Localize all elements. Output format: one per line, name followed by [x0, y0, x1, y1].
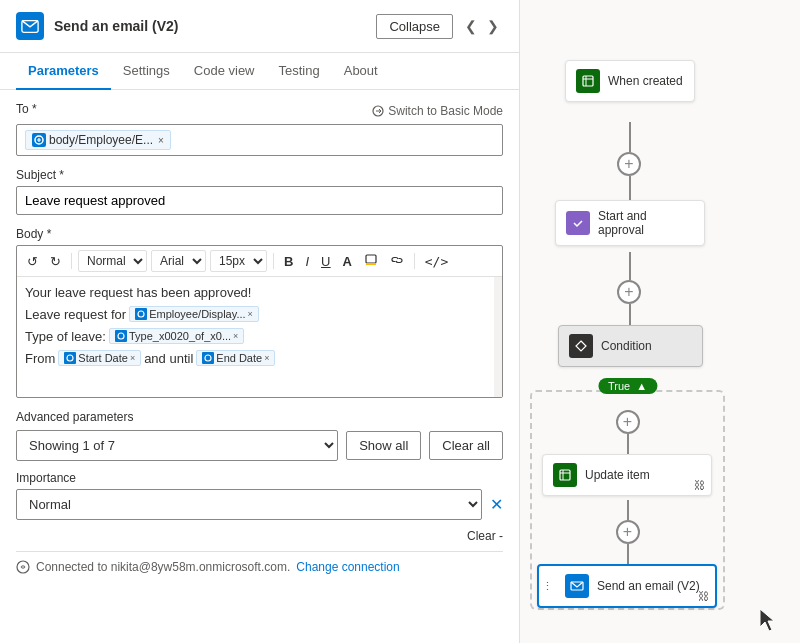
- switch-icon: [372, 105, 384, 117]
- change-connection-link[interactable]: Change connection: [296, 560, 399, 574]
- font-select[interactable]: Arial: [151, 250, 206, 272]
- node-more-button[interactable]: ⋮: [539, 580, 556, 593]
- to-tag-text: body/Employee/E...: [49, 133, 153, 147]
- connector-3: [629, 252, 631, 280]
- undo-redo-group: ↺ ↻: [23, 252, 65, 271]
- clear-importance-button[interactable]: ✕: [490, 495, 503, 514]
- add-step-3[interactable]: +: [616, 410, 640, 434]
- italic-button[interactable]: I: [301, 252, 313, 271]
- inner-connector-2: [627, 500, 629, 520]
- collapse-button[interactable]: Collapse: [376, 14, 453, 39]
- app-icon: [16, 12, 44, 40]
- tab-parameters[interactable]: Parameters: [16, 53, 111, 90]
- editor-content[interactable]: Your leave request has been approved! Le…: [17, 277, 502, 397]
- true-chevron: ▲: [636, 380, 647, 392]
- undo-button[interactable]: ↺: [23, 252, 42, 271]
- svg-point-6: [118, 333, 124, 339]
- switch-mode-button[interactable]: Switch to Basic Mode: [372, 104, 503, 118]
- subject-input[interactable]: [16, 186, 503, 215]
- inner-connector-3: [627, 544, 629, 564]
- importance-row: Normal ✕: [16, 489, 503, 520]
- line4-from: From: [25, 351, 55, 366]
- bold-button[interactable]: B: [280, 252, 297, 271]
- nav-right-arrow[interactable]: ❯: [483, 16, 503, 36]
- redo-button[interactable]: ↻: [46, 252, 65, 271]
- to-tag-close[interactable]: ×: [158, 135, 164, 146]
- body-label: Body *: [16, 227, 503, 241]
- end-tag-close[interactable]: ×: [264, 353, 269, 363]
- end-date-tag: End Date ×: [196, 350, 275, 366]
- connector-4: [629, 304, 631, 326]
- advanced-label: Advanced parameters: [16, 410, 503, 424]
- clear-row: Clear -: [16, 528, 503, 543]
- tab-code-view[interactable]: Code view: [182, 53, 267, 90]
- connection-text: Connected to nikita@8yw58m.onmicrosoft.c…: [36, 560, 290, 574]
- approval-icon: [566, 211, 590, 235]
- to-input[interactable]: body/Employee/E... ×: [16, 124, 503, 156]
- add-step-4[interactable]: +: [616, 520, 640, 544]
- tab-settings[interactable]: Settings: [111, 53, 182, 90]
- connection-icon: [16, 560, 30, 574]
- panel-content: To * Switch to Basic Mode body/Employee/…: [0, 90, 519, 643]
- add-step-1[interactable]: +: [617, 152, 641, 176]
- importance-select[interactable]: Normal: [16, 489, 482, 520]
- svg-point-9: [17, 561, 29, 573]
- panel-title: Send an email (V2): [54, 18, 376, 34]
- type-icon-svg: [117, 332, 125, 340]
- svg-rect-11: [560, 470, 570, 480]
- end-icon-svg: [204, 354, 212, 362]
- start-tag-close[interactable]: ×: [130, 353, 135, 363]
- to-tag-icon: [32, 133, 46, 147]
- employee-tag-icon: [135, 308, 147, 320]
- switch-mode-label: Switch to Basic Mode: [388, 104, 503, 118]
- clear-label[interactable]: Clear -: [467, 529, 503, 543]
- code-button[interactable]: </>: [421, 252, 452, 271]
- condition-node[interactable]: Condition: [558, 325, 703, 367]
- start-date-text: Start Date: [78, 352, 128, 364]
- panel-header: Send an email (V2) Collapse ❮ ❯: [0, 0, 519, 53]
- connection-row: Connected to nikita@8yw58m.onmicrosoft.c…: [16, 551, 503, 582]
- employee-tag-close[interactable]: ×: [248, 309, 253, 319]
- line3-prefix: Type of leave:: [25, 329, 106, 344]
- highlight-button[interactable]: [360, 251, 382, 272]
- condition-label: Condition: [601, 339, 652, 353]
- format-select[interactable]: Normal: [78, 250, 147, 272]
- size-select[interactable]: 15px: [210, 250, 267, 272]
- advanced-select[interactable]: Showing 1 of 7: [16, 430, 338, 461]
- start-approval-node[interactable]: Start and approval: [555, 200, 705, 246]
- condition-container: True ▲ + Update item ⛓ +: [530, 390, 725, 610]
- mouse-cursor: [760, 609, 780, 633]
- underline-button[interactable]: U: [317, 252, 334, 271]
- plus-icon-3: +: [623, 414, 632, 430]
- when-created-label: When created: [608, 74, 683, 88]
- update-link-icon: ⛓: [694, 479, 705, 491]
- connector-1: [629, 122, 631, 152]
- send-email-node[interactable]: ⋮ Send an email (V2) ⛓: [537, 564, 717, 608]
- tab-about[interactable]: About: [332, 53, 390, 90]
- svg-point-7: [67, 355, 73, 361]
- nav-left-arrow[interactable]: ❮: [461, 16, 481, 36]
- send-email-link-icon: ⛓: [698, 590, 709, 602]
- link-button[interactable]: [386, 251, 408, 272]
- to-label: To *: [16, 102, 37, 116]
- clear-all-button[interactable]: Clear all: [429, 431, 503, 460]
- highlight-icon: [364, 253, 378, 267]
- end-date-text: End Date: [216, 352, 262, 364]
- when-created-node[interactable]: When created: [565, 60, 695, 102]
- show-all-button[interactable]: Show all: [346, 431, 421, 460]
- editor-scrollbar[interactable]: [494, 277, 502, 397]
- add-step-2[interactable]: +: [617, 280, 641, 304]
- editor-line-4: From Start Date × and until: [25, 350, 494, 366]
- plus-icon-2: +: [624, 284, 633, 300]
- type-tag-close[interactable]: ×: [233, 331, 238, 341]
- tab-testing[interactable]: Testing: [267, 53, 332, 90]
- approval-icon-svg: [571, 216, 585, 230]
- font-color-button[interactable]: A: [338, 252, 355, 271]
- separator-1: [71, 253, 72, 269]
- sharepoint-icon: [581, 74, 595, 88]
- update-item-node[interactable]: Update item ⛓: [542, 454, 712, 496]
- separator-2: [273, 253, 274, 269]
- to-tag: body/Employee/E... ×: [25, 130, 171, 150]
- svg-point-5: [138, 311, 144, 317]
- start-date-icon: [64, 352, 76, 364]
